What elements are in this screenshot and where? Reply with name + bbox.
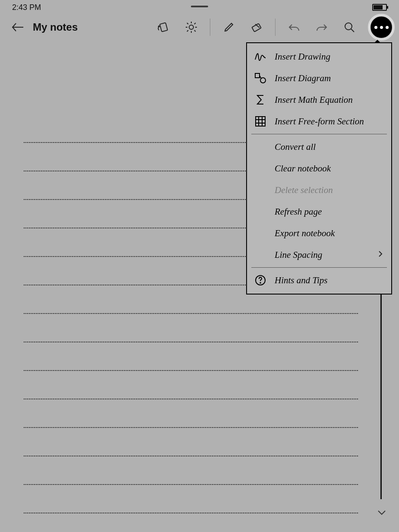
- chevron-right-icon: [378, 250, 383, 260]
- menu-line-spacing[interactable]: Line Spacing: [247, 244, 391, 266]
- svg-rect-4: [255, 73, 260, 78]
- menu-clear-notebook[interactable]: Clear notebook: [247, 158, 391, 179]
- ruled-line: [24, 428, 358, 456]
- menu-label: Insert Free-form Section: [275, 116, 383, 127]
- menu-insert-math[interactable]: Insert Math Equation: [247, 89, 391, 111]
- menu-label: Hints and Tips: [275, 275, 383, 286]
- status-bar: 2:43 PM: [0, 0, 399, 12]
- brightness-icon[interactable]: [182, 18, 200, 36]
- grid-icon: [254, 115, 267, 128]
- more-menu: Insert Drawing Insert Diagram Insert Mat…: [246, 42, 392, 294]
- toolbar-divider: [275, 19, 276, 36]
- menu-label: Refresh page: [275, 206, 383, 217]
- svg-rect-6: [256, 117, 265, 126]
- sigma-icon: [254, 93, 267, 106]
- diagram-icon: [254, 72, 267, 85]
- menu-label: Insert Drawing: [275, 51, 383, 62]
- menu-label: Insert Diagram: [275, 73, 383, 84]
- ruled-line: [24, 342, 358, 371]
- menu-label: Export notebook: [275, 228, 383, 239]
- ruled-line: [24, 314, 358, 342]
- menu-separator: [251, 267, 387, 268]
- help-icon: [254, 274, 267, 287]
- back-arrow-icon[interactable]: [9, 18, 27, 36]
- chevron-down-icon[interactable]: [377, 510, 386, 517]
- menu-label: Insert Math Equation: [275, 95, 383, 105]
- eraser-icon[interactable]: [247, 18, 266, 36]
- ruled-line: [24, 485, 358, 513]
- menu-label: Convert all: [275, 142, 383, 152]
- menu-separator: [251, 134, 387, 134]
- menu-label: Clear notebook: [275, 163, 383, 174]
- status-time: 2:43 PM: [12, 3, 41, 12]
- svg-point-1: [189, 25, 193, 29]
- ruled-line: [24, 456, 358, 485]
- drag-handle-icon: [191, 6, 208, 7]
- menu-label: Delete selection: [275, 185, 383, 196]
- search-icon[interactable]: [340, 18, 358, 36]
- vertical-scrollbar[interactable]: [380, 275, 382, 499]
- svg-point-8: [260, 282, 261, 283]
- svg-rect-0: [160, 22, 168, 32]
- ruled-line: [24, 399, 358, 428]
- drawing-icon: [254, 50, 267, 63]
- redo-icon[interactable]: [313, 18, 331, 36]
- menu-export-notebook[interactable]: Export notebook: [247, 222, 391, 244]
- toolbar-divider: [210, 19, 210, 36]
- menu-insert-freeform[interactable]: Insert Free-form Section: [247, 111, 391, 132]
- toolbar: My notes: [0, 12, 399, 42]
- page-title: My notes: [33, 21, 78, 33]
- menu-hints-tips[interactable]: Hints and Tips: [247, 269, 391, 291]
- pen-icon[interactable]: [220, 18, 238, 36]
- svg-point-3: [345, 23, 352, 30]
- menu-insert-drawing[interactable]: Insert Drawing: [247, 46, 391, 67]
- menu-convert-all[interactable]: Convert all: [247, 136, 391, 158]
- rotate-icon[interactable]: [155, 18, 173, 36]
- menu-label: Line Spacing: [275, 250, 370, 260]
- menu-delete-selection: Delete selection: [247, 179, 391, 201]
- battery-icon: [372, 4, 387, 11]
- menu-refresh-page[interactable]: Refresh page: [247, 201, 391, 222]
- menu-insert-diagram[interactable]: Insert Diagram: [247, 67, 391, 89]
- undo-icon[interactable]: [285, 18, 303, 36]
- ruled-line: [24, 371, 358, 399]
- more-menu-button[interactable]: [368, 14, 395, 41]
